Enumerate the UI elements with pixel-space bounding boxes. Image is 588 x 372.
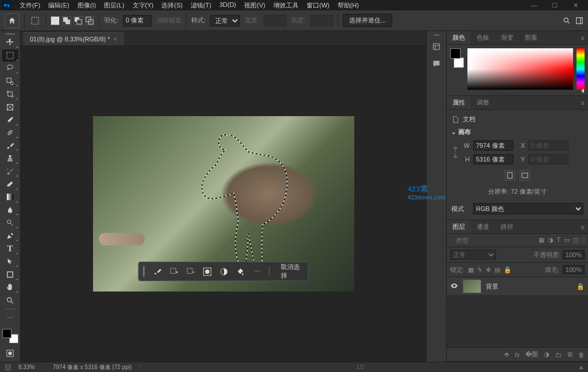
menu-edit[interactable]: 编辑(E) [45, 0, 73, 11]
link-dimensions-icon[interactable] [451, 145, 459, 159]
edit-toolbar-button[interactable]: ⋯ [2, 312, 18, 324]
filter-image-icon[interactable]: ▦ [539, 236, 544, 244]
layer-thumbnail[interactable] [463, 279, 481, 293]
comments-icon[interactable] [430, 57, 443, 71]
dodge-tool[interactable] [2, 217, 18, 228]
filter-toggle-icon[interactable] [582, 237, 585, 244]
drag-handle-icon[interactable] [144, 266, 145, 277]
screen-mode-icon[interactable] [5, 364, 11, 371]
visibility-toggle-icon[interactable] [450, 282, 458, 291]
adjustment-icon[interactable] [219, 266, 228, 277]
lock-paint-icon[interactable]: ✎ [477, 266, 482, 274]
toolbox-collapse-icon[interactable] [6, 33, 15, 36]
deselect-button[interactable]: 取消选择 [277, 262, 304, 281]
healing-tool[interactable] [2, 127, 18, 139]
menu-plugins[interactable]: 增效工具 [270, 0, 302, 11]
menu-type[interactable]: 文字(Y) [129, 0, 157, 11]
dock-expand-icon[interactable] [434, 34, 439, 36]
selection-intersect-icon[interactable] [85, 16, 94, 25]
adjustments-tab[interactable]: 调整 [471, 96, 495, 109]
swatches-tab[interactable]: 色板 [471, 31, 495, 44]
layer-name[interactable]: 背景 [486, 282, 572, 291]
type-tool[interactable]: T [2, 243, 18, 254]
paths-tab[interactable]: 路径 [495, 220, 519, 233]
libraries-icon[interactable] [430, 40, 443, 53]
lock-pixels-icon[interactable]: ▩ [468, 266, 474, 274]
color-tab[interactable]: 颜色 [447, 31, 471, 44]
marquee-tool[interactable] [2, 49, 18, 61]
properties-panel-menu-icon[interactable]: ≡ [578, 99, 588, 106]
gradient-tool[interactable] [2, 191, 18, 203]
lock-position-icon[interactable]: ✥ [486, 266, 491, 274]
mask-icon[interactable] [203, 266, 211, 277]
minimize-button[interactable]: — [524, 0, 544, 10]
new-layer-icon[interactable]: ⊞ [567, 351, 572, 358]
crop-tool[interactable] [2, 88, 18, 99]
layer-row[interactable]: 背景 🔒 [447, 277, 588, 296]
document-tab[interactable]: 01(8).jpg @ 8.33%(RGB/8) * × [23, 32, 124, 45]
frame-tool[interactable] [2, 101, 18, 113]
quick-mask-button[interactable] [2, 348, 18, 359]
canvas-viewport[interactable]: ⋯ 取消选择 [21, 46, 426, 362]
shape-tool[interactable] [2, 269, 18, 280]
filter-shape-icon[interactable]: ▭ [564, 236, 570, 244]
menu-3d[interactable]: 3D(D) [216, 0, 239, 11]
lock-all-icon[interactable]: 🔒 [504, 266, 512, 274]
landscape-orientation-button[interactable] [520, 170, 530, 181]
subtract-selection-icon[interactable] [186, 266, 195, 277]
foreground-color-swatch[interactable] [2, 329, 11, 338]
menu-window[interactable]: 窗口(W) [303, 0, 333, 11]
canvas[interactable]: ⋯ 取消选择 [93, 116, 354, 292]
group-icon[interactable]: 🗀 [555, 351, 562, 358]
menu-layer[interactable]: 图层(L) [100, 0, 127, 11]
canvas-section-header[interactable]: 画布 [451, 125, 583, 139]
filter-type-icon[interactable]: T [557, 236, 561, 244]
portrait-orientation-button[interactable] [505, 170, 515, 181]
hand-tool[interactable] [2, 282, 18, 293]
color-panel-menu-icon[interactable]: ≡ [578, 34, 588, 41]
move-tool[interactable] [2, 37, 18, 48]
pen-tool[interactable] [2, 230, 18, 241]
eyedropper-tool[interactable] [2, 114, 18, 125]
lasso-tool[interactable] [2, 63, 18, 74]
search-icon[interactable] [450, 237, 452, 244]
canvas-height-input[interactable] [473, 154, 513, 164]
zoom-level[interactable]: 8.33% [18, 364, 46, 370]
color-field[interactable] [467, 48, 573, 90]
selection-new-icon[interactable] [51, 16, 60, 25]
gradients-tab[interactable]: 渐变 [495, 31, 519, 44]
foreground-background-colors[interactable] [2, 329, 18, 343]
brush-tool[interactable] [2, 140, 18, 151]
feather-input[interactable] [123, 15, 152, 26]
stamp-tool[interactable] [2, 152, 18, 164]
filter-adjustment-icon[interactable]: ◑ [548, 236, 554, 244]
color-mode-select[interactable]: RGB 颜色 [473, 203, 583, 214]
add-selection-icon[interactable] [169, 266, 178, 277]
selection-add-icon[interactable] [62, 16, 71, 25]
close-button[interactable]: ✕ [565, 0, 586, 10]
adjustment-layer-icon[interactable]: ◑ [544, 351, 550, 358]
layer-mask-icon[interactable]: �圈 [525, 350, 538, 359]
menu-filter[interactable]: 滤镜(T) [187, 0, 215, 11]
lock-artboard-icon[interactable]: ▤ [494, 266, 500, 274]
status-expand-icon[interactable] [579, 366, 583, 369]
menu-help[interactable]: 帮助(H) [334, 0, 362, 11]
layer-filter-input[interactable] [456, 237, 535, 244]
style-select[interactable]: 正常 [210, 15, 240, 26]
select-and-mask-button[interactable]: 选择并遮住... [343, 14, 392, 27]
workspace-icon[interactable] [575, 17, 583, 25]
search-icon[interactable] [563, 17, 571, 25]
layers-tab[interactable]: 图层 [447, 220, 471, 233]
close-tab-icon[interactable]: × [114, 36, 117, 43]
zoom-tool[interactable] [2, 294, 18, 306]
history-brush-tool[interactable] [2, 166, 18, 177]
brush-refine-icon[interactable] [153, 266, 161, 277]
menu-file[interactable]: 文件(F) [16, 0, 44, 11]
hue-slider[interactable] [577, 48, 585, 90]
filter-smart-icon[interactable]: ◫ [573, 236, 579, 244]
home-button[interactable] [5, 13, 20, 28]
menu-image[interactable]: 图像(I) [74, 0, 99, 11]
properties-tab[interactable]: 属性 [447, 96, 471, 109]
opacity-value[interactable]: 100% [563, 250, 585, 259]
layer-fx-icon[interactable]: fx [514, 351, 520, 358]
